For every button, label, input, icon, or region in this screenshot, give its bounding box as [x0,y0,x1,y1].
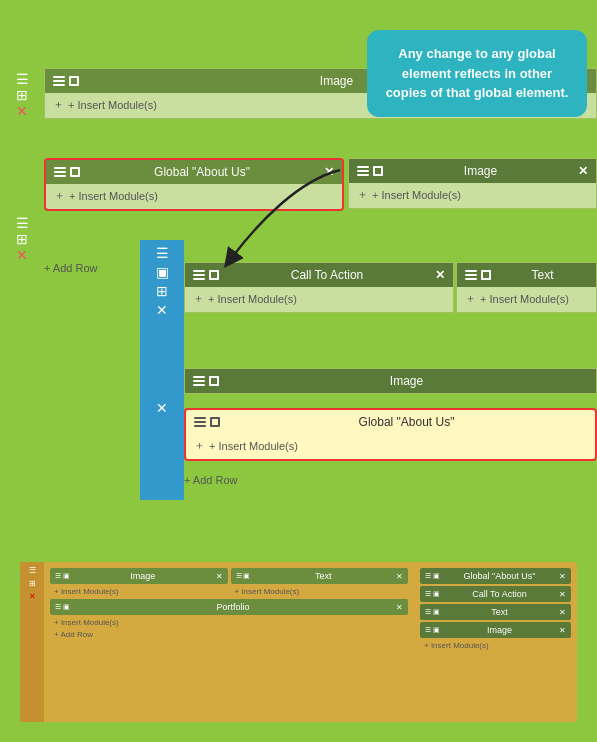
mini-insert-label-2[interactable]: + Insert Module(s) [235,587,300,596]
row2-right-insert-label[interactable]: + Insert Module(s) [372,189,461,201]
square-icon-2 [70,167,80,177]
mini-grid-icon: ⊞ [29,579,36,588]
row4-content: ＋ + Insert Module(s) [186,434,595,459]
close-icon-2[interactable]: ✕ [16,248,28,262]
hamburger-icon[interactable]: ☰ [16,72,29,86]
row3-left-insert-label[interactable]: + Insert Module(s) [208,293,297,305]
mini-txt-close[interactable]: ✕ [396,572,403,581]
row3-right-label: Text [497,268,588,282]
mini-insert-1[interactable]: + Insert Module(s) [50,586,228,597]
row4-global-icons [194,417,220,427]
mini-right-cta-close[interactable]: ✕ [559,590,566,599]
plus-icon-2: ＋ [54,188,65,203]
mini-map: ☰ ⊞ ✕ ☰ ▣ Image ✕ + Insert Module(s) ☰ ▣… [20,562,577,722]
mini-txt-icons: ☰ ▣ [236,572,251,580]
row2-right-header: Image ✕ [349,159,596,183]
mini-img-icons: ☰ ▣ [55,572,70,580]
row4-icons [193,376,219,386]
mini-right-global-close[interactable]: ✕ [559,572,566,581]
add-row-2-label[interactable]: + Add Row [184,474,238,486]
mini-right-insert-label[interactable]: + Insert Module(s) [424,641,489,650]
mini-right-cta-label: Call To Action [443,589,556,599]
mini-close-icon: ✕ [29,592,36,601]
mini-add-row[interactable]: + Add Row [50,628,408,641]
mini-portfolio-row: ☰ ▣ Portfolio ✕ + Insert Module(s) [50,599,408,628]
square-icon-6 [209,376,219,386]
square-icon-5 [481,270,491,280]
mini-row1: ☰ ▣ Image ✕ + Insert Module(s) ☰ ▣ Text … [50,568,408,597]
mini-insert-label-1[interactable]: + Insert Module(s) [54,587,119,596]
row4-image-label: Image [225,374,588,388]
mini-insert-3[interactable]: + Insert Module(s) [50,617,408,628]
mini-right-image: ☰ ▣ Image ✕ [420,622,571,638]
row4-global-header: Global "About Us" [186,410,595,434]
mini-portfolio-close[interactable]: ✕ [396,603,403,612]
hamburger-icon-2[interactable]: ☰ [16,216,29,230]
mini-portfolio-header: ☰ ▣ Portfolio ✕ [50,599,408,615]
mini-image-col: ☰ ▣ Image ✕ + Insert Module(s) [50,568,228,597]
mini-insert-label-3[interactable]: + Insert Module(s) [54,618,119,627]
mini-right-text-close[interactable]: ✕ [559,608,566,617]
mini-right-insert[interactable]: + Insert Module(s) [420,640,571,651]
row3-left-close[interactable]: ✕ [435,268,445,282]
mini-text-col: ☰ ▣ Text ✕ + Insert Module(s) [231,568,409,597]
add-row-button-1[interactable]: + Add Row [44,262,98,274]
row3-right-content: ＋ + Insert Module(s) [457,287,596,312]
lines-icon-6 [193,376,205,386]
close-icon-1[interactable]: ✕ [16,104,28,118]
row2-insert-label[interactable]: + Insert Module(s) [69,190,158,202]
square-icon-7 [210,417,220,427]
mini-add-row-label[interactable]: + Add Row [54,630,93,639]
square-icon [69,76,79,86]
mini-right-icons-1: ☰ ▣ [425,572,440,580]
mini-right-image-close[interactable]: ✕ [559,626,566,635]
arrow-icon [200,160,360,280]
plus-icon-5: ＋ [465,291,476,306]
mini-right-text: ☰ ▣ Text ✕ [420,604,571,620]
grid-icon-2[interactable]: ⊞ [16,232,28,246]
blue-grid-icon[interactable]: ⊞ [156,284,168,298]
mini-right-panel: ☰ ▣ Global "About Us" ✕ ☰ ▣ Call To Acti… [414,562,577,722]
grid-icon[interactable]: ⊞ [16,88,28,102]
mini-right-icons-4: ☰ ▣ [425,626,440,634]
row2-right-label: Image [389,164,572,178]
row2-right-image: Image ✕ ＋ + Insert Module(s) [348,158,597,209]
row4-global-about-us: Global "About Us" ＋ + Insert Module(s) [184,408,597,461]
tooltip-text: Any change to any global element reflect… [386,46,569,100]
plus-icon-6: ＋ [194,438,205,453]
mini-left-panel: ☰ ▣ Image ✕ + Insert Module(s) ☰ ▣ Text … [44,562,414,722]
tooltip-bubble: Any change to any global element reflect… [367,30,587,117]
mini-portfolio-icons: ☰ ▣ [55,603,70,611]
mini-right-icons-2: ☰ ▣ [425,590,440,598]
row1-insert-label[interactable]: + Insert Module(s) [68,99,157,111]
mini-right-global-label: Global "About Us" [443,571,556,581]
blue-close-2[interactable]: ✕ [156,401,168,415]
row1-icons [53,76,79,86]
mini-right-text-label: Text [443,607,556,617]
row2-right-content: ＋ + Insert Module(s) [349,183,596,208]
mini-text-label: Text [253,571,393,581]
mini-portfolio-label: Portfolio [73,602,393,612]
mini-right-global: ☰ ▣ Global "About Us" ✕ [420,568,571,584]
main-left-sidebar: ☰ ⊞ ✕ ☰ ⊞ ✕ [0,68,44,262]
row2-right-close[interactable]: ✕ [578,164,588,178]
add-row-button-2[interactable]: + Add Row [184,474,238,486]
add-row-1-label[interactable]: + Add Row [44,262,98,274]
row2-icons [54,167,80,177]
row3-right-icons [465,270,491,280]
plus-icon-1: ＋ [53,97,64,112]
lines-icon-7 [194,417,206,427]
square-icon-3 [373,166,383,176]
mini-image-label: Image [73,571,213,581]
row3-right-insert-label[interactable]: + Insert Module(s) [480,293,569,305]
row4-global-label: Global "About Us" [226,415,587,429]
lines-icon-5 [465,270,477,280]
plus-icon-4: ＋ [193,291,204,306]
blue-image-icon[interactable]: ▣ [156,265,169,279]
mini-insert-2[interactable]: + Insert Module(s) [231,586,409,597]
row4-insert-label[interactable]: + Insert Module(s) [209,440,298,452]
blue-hamburger-icon[interactable]: ☰ [156,246,169,260]
blue-close-icon[interactable]: ✕ [156,303,168,317]
mini-img-close[interactable]: ✕ [216,572,223,581]
mini-sidebar: ☰ ⊞ ✕ [20,562,44,722]
